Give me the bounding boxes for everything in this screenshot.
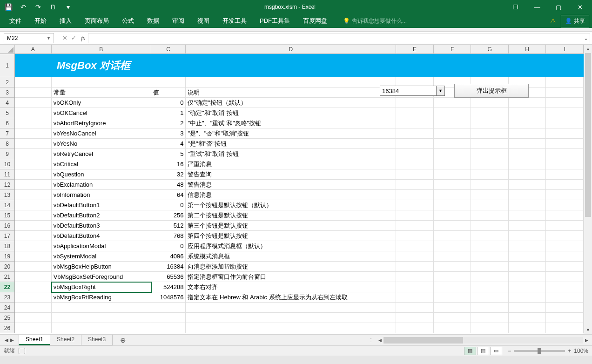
cell[interactable]: [509, 118, 546, 128]
cell[interactable]: [434, 272, 471, 282]
cell[interactable]: 向消息框添加帮助按钮: [186, 262, 396, 272]
cell[interactable]: [15, 118, 52, 128]
cell[interactable]: [186, 303, 396, 313]
cell[interactable]: [396, 241, 434, 251]
cell[interactable]: [471, 149, 509, 159]
cell[interactable]: 0: [151, 98, 186, 108]
row-header-4[interactable]: 4: [0, 98, 14, 108]
row-header-14[interactable]: 14: [0, 200, 14, 210]
cell[interactable]: [546, 323, 584, 333]
cell[interactable]: 指定文本在 Hebrew 和 Arabic 系统上应显示为从右到左读取: [186, 292, 396, 303]
cell[interactable]: [471, 251, 509, 262]
cell[interactable]: [471, 190, 509, 200]
cell[interactable]: [546, 272, 584, 282]
cell[interactable]: [434, 128, 471, 139]
ribbon-tab-10[interactable]: 百度网盘: [296, 14, 334, 28]
cell[interactable]: [434, 98, 471, 108]
cell[interactable]: 1048576: [151, 292, 186, 303]
cell[interactable]: [546, 77, 584, 88]
cell[interactable]: [509, 292, 546, 303]
cell[interactable]: [434, 200, 471, 210]
row-header-7[interactable]: 7: [0, 128, 14, 139]
cell[interactable]: [471, 221, 509, 231]
cell[interactable]: [434, 313, 471, 323]
cell[interactable]: [396, 251, 434, 262]
cell[interactable]: [434, 159, 471, 169]
cell[interactable]: [509, 282, 546, 292]
cell[interactable]: 第四个按钮是默认按钮: [186, 231, 396, 241]
cell[interactable]: [471, 118, 509, 128]
cell[interactable]: "是"和"否"按钮: [186, 139, 396, 149]
cell[interactable]: [15, 251, 52, 262]
sheet-tab-sheet3[interactable]: Sheet3: [81, 335, 113, 345]
cell[interactable]: [471, 159, 509, 169]
merged-header-title[interactable]: MsgBox 对话框: [15, 54, 584, 77]
row-header-21[interactable]: 21: [0, 272, 14, 282]
row-header-9[interactable]: 9: [0, 149, 14, 159]
column-header-C[interactable]: C: [151, 45, 186, 54]
column-header-F[interactable]: F: [434, 45, 471, 54]
column-header-A[interactable]: A: [15, 45, 52, 54]
cell[interactable]: 16384: [151, 262, 186, 272]
zoom-level[interactable]: 100%: [574, 348, 588, 354]
cell[interactable]: [396, 210, 434, 221]
cell[interactable]: [509, 272, 546, 282]
cell[interactable]: [396, 313, 434, 323]
cell[interactable]: 值: [151, 88, 186, 98]
cell[interactable]: [52, 323, 151, 333]
cell[interactable]: "重试"和"取消"按钮: [186, 149, 396, 159]
cell[interactable]: [434, 303, 471, 313]
cell[interactable]: "中止"、"重试"和"忽略"按钮: [186, 118, 396, 128]
cell[interactable]: [509, 128, 546, 139]
cell[interactable]: vbRetryCancel: [52, 149, 151, 159]
cell[interactable]: vbExclamation: [52, 180, 151, 190]
cancel-x-icon[interactable]: ✕: [62, 34, 67, 41]
ribbon-tab-5[interactable]: 数据: [141, 14, 166, 28]
ribbon-tab-9[interactable]: PDF工具集: [253, 14, 296, 28]
cell[interactable]: [509, 98, 546, 108]
cell[interactable]: 32: [151, 169, 186, 180]
row-header-18[interactable]: 18: [0, 241, 14, 251]
cell[interactable]: [151, 303, 186, 313]
cell[interactable]: 524288: [151, 282, 186, 292]
cell[interactable]: [396, 190, 434, 200]
cells-area[interactable]: MsgBox 对话框常量值说明vbOKOnly0仅"确定"按钮（默认）vbOKC…: [15, 54, 584, 334]
row-header-15[interactable]: 15: [0, 210, 14, 221]
cell[interactable]: [396, 118, 434, 128]
cell[interactable]: [151, 77, 186, 88]
cell[interactable]: [396, 139, 434, 149]
cell[interactable]: [186, 77, 396, 88]
cell[interactable]: [15, 77, 52, 88]
cell[interactable]: [434, 251, 471, 262]
cell[interactable]: 256: [151, 210, 186, 221]
cell[interactable]: [151, 323, 186, 333]
row-header-8[interactable]: 8: [0, 139, 14, 149]
cell[interactable]: [546, 139, 584, 149]
cell[interactable]: [434, 221, 471, 231]
cell[interactable]: [396, 323, 434, 333]
cell[interactable]: [396, 272, 434, 282]
row-header-6[interactable]: 6: [0, 118, 14, 128]
cell[interactable]: [509, 210, 546, 221]
minimize-icon[interactable]: —: [527, 0, 547, 13]
cell[interactable]: [396, 262, 434, 272]
cell[interactable]: [434, 262, 471, 272]
cell[interactable]: [471, 98, 509, 108]
view-page-layout-icon[interactable]: ▤: [477, 347, 489, 355]
cell[interactable]: [15, 98, 52, 108]
save-icon[interactable]: 💾: [2, 0, 15, 13]
row-header-19[interactable]: 19: [0, 251, 14, 262]
row-header-11[interactable]: 11: [0, 169, 14, 180]
cell[interactable]: 4: [151, 139, 186, 149]
cell[interactable]: [471, 200, 509, 210]
row-header-12[interactable]: 12: [0, 180, 14, 190]
cell[interactable]: 说明: [186, 88, 396, 98]
cell[interactable]: [15, 190, 52, 200]
cell[interactable]: [471, 262, 509, 272]
enter-check-icon[interactable]: ✓: [71, 34, 76, 41]
row-header-17[interactable]: 17: [0, 231, 14, 241]
cell[interactable]: [471, 241, 509, 251]
cell[interactable]: [509, 149, 546, 159]
cell[interactable]: [546, 88, 584, 98]
cell[interactable]: [434, 190, 471, 200]
